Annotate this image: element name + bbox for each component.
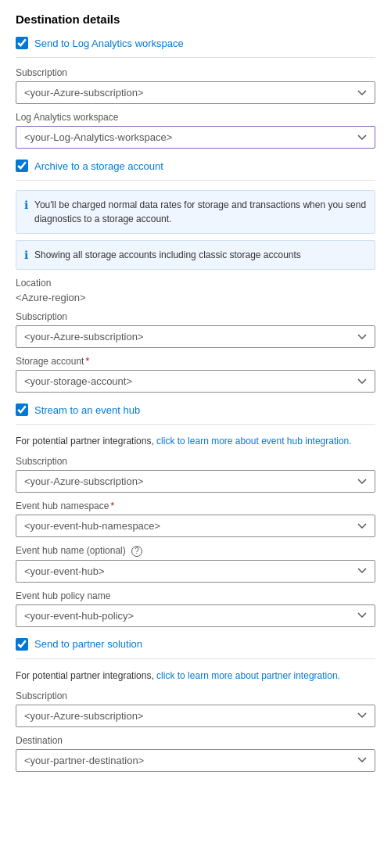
partner-solution-checkbox[interactable] bbox=[16, 638, 28, 651]
event-hub-policy-field: Event hub policy name <your-event-hub-po… bbox=[16, 590, 375, 627]
event-hub-namespace-field: Event hub namespace* <your-event-hub-nam… bbox=[16, 500, 375, 537]
page-title: Destination details bbox=[16, 13, 375, 26]
storage-account-label-field: Storage account* bbox=[16, 356, 375, 367]
subscription-label-2: Subscription bbox=[16, 311, 375, 322]
subscription-field-2: Subscription <your-Azure-subscription> bbox=[16, 311, 375, 348]
event-hub-note-prefix: For potential partner integrations, bbox=[16, 436, 156, 447]
subscription-field-1: Subscription <your-Azure-subscription> bbox=[16, 67, 375, 104]
event-hub-partner-link[interactable]: click to learn more about event hub inte… bbox=[156, 436, 351, 447]
location-field: Location <Azure-region> bbox=[16, 278, 375, 303]
storage-required-star: * bbox=[85, 356, 89, 367]
destination-label: Destination bbox=[16, 735, 375, 746]
log-analytics-checkbox[interactable] bbox=[16, 37, 28, 49]
namespace-required-star: * bbox=[110, 500, 114, 511]
storage-account-field: Storage account* <your-storage-account> bbox=[16, 356, 375, 393]
location-value: <Azure-region> bbox=[16, 292, 375, 303]
partner-solution-note: For potential partner integrations, clic… bbox=[16, 669, 375, 683]
partner-solution-link[interactable]: click to learn more about partner integr… bbox=[156, 670, 340, 681]
subscription-field-3: Subscription <your-Azure-subscription> bbox=[16, 456, 375, 493]
event-hub-namespace-label: Event hub namespace* bbox=[16, 500, 375, 511]
event-hub-label: Stream to an event hub bbox=[34, 404, 140, 416]
location-label: Location bbox=[16, 278, 375, 289]
destination-field: Destination <your-partner-destination> bbox=[16, 735, 375, 772]
storage-info-text-1: You'll be charged normal data rates for … bbox=[34, 198, 367, 226]
subscription-label-4: Subscription bbox=[16, 690, 375, 701]
partner-solution-label: Send to partner solution bbox=[34, 638, 142, 650]
storage-info-box-2: ℹ Showing all storage accounts including… bbox=[16, 240, 375, 270]
event-hub-partner-note: For potential partner integrations, clic… bbox=[16, 434, 375, 448]
partner-solution-note-prefix: For potential partner integrations, bbox=[16, 670, 156, 681]
subscription-label-1: Subscription bbox=[16, 67, 375, 78]
info-icon-1: ℹ bbox=[24, 199, 28, 211]
event-hub-name-field: Event hub name (optional) ? <your-event-… bbox=[16, 545, 375, 583]
divider-2 bbox=[16, 180, 375, 181]
storage-account-label: Archive to a storage account bbox=[34, 160, 163, 172]
subscription-label-3: Subscription bbox=[16, 456, 375, 467]
event-hub-name-dropdown[interactable]: <your-event-hub> bbox=[16, 560, 375, 583]
log-analytics-section: Send to Log Analytics workspace Subscrip… bbox=[16, 37, 375, 149]
subscription-field-4: Subscription <your-Azure-subscription> bbox=[16, 690, 375, 727]
divider-4 bbox=[16, 658, 375, 659]
event-hub-policy-label: Event hub policy name bbox=[16, 590, 375, 601]
divider-3 bbox=[16, 424, 375, 425]
subscription-dropdown-2[interactable]: <your-Azure-subscription> bbox=[16, 325, 375, 348]
destination-dropdown[interactable]: <your-partner-destination> bbox=[16, 749, 375, 772]
hub-name-info-icon[interactable]: ? bbox=[131, 546, 142, 557]
subscription-dropdown-3[interactable]: <your-Azure-subscription> bbox=[16, 470, 375, 493]
storage-account-dropdown[interactable]: <your-storage-account> bbox=[16, 370, 375, 393]
storage-info-text-2: Showing all storage accounts including c… bbox=[34, 248, 301, 262]
storage-account-section: Archive to a storage account ℹ You'll be… bbox=[16, 160, 375, 393]
workspace-label: Log Analytics workspace bbox=[16, 112, 375, 123]
partner-solution-section: Send to partner solution For potential p… bbox=[16, 638, 375, 772]
divider-1 bbox=[16, 57, 375, 58]
workspace-field: Log Analytics workspace <your-Log-Analyt… bbox=[16, 112, 375, 149]
storage-info-box-1: ℹ You'll be charged normal data rates fo… bbox=[16, 190, 375, 234]
storage-account-checkbox[interactable] bbox=[16, 160, 28, 172]
log-analytics-label: Send to Log Analytics workspace bbox=[34, 38, 184, 49]
subscription-dropdown-1[interactable]: <your-Azure-subscription> bbox=[16, 81, 375, 104]
subscription-dropdown-4[interactable]: <your-Azure-subscription> bbox=[16, 705, 375, 727]
event-hub-namespace-dropdown[interactable]: <your-event-hub-namespace> bbox=[16, 515, 375, 537]
event-hub-section: Stream to an event hub For potential par… bbox=[16, 404, 375, 627]
event-hub-name-label: Event hub name (optional) ? bbox=[16, 545, 375, 557]
event-hub-checkbox[interactable] bbox=[16, 404, 28, 416]
workspace-dropdown[interactable]: <your-Log-Analytics-workspace> bbox=[16, 126, 375, 149]
event-hub-policy-dropdown[interactable]: <your-event-hub-policy> bbox=[16, 604, 375, 627]
info-icon-2: ℹ bbox=[24, 249, 28, 261]
